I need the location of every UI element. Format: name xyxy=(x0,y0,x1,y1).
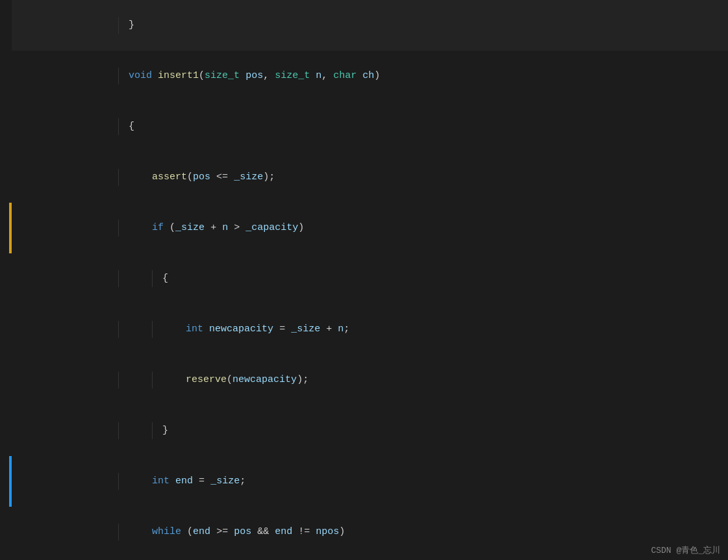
code-line-10: int end = _size; xyxy=(0,456,728,507)
line-content-4: assert(pos <= _size); xyxy=(22,152,728,203)
watermark: CSDN @青色_忘川 xyxy=(651,544,720,556)
code-line-3: { xyxy=(0,101,728,152)
line-content-10: int end = _size; xyxy=(22,456,728,507)
fold-6[interactable] xyxy=(12,253,22,304)
fold-5[interactable] xyxy=(12,203,22,253)
fold-3[interactable] xyxy=(12,101,22,152)
code-line-11: while (end >= pos && end != npos) xyxy=(0,507,728,557)
code-line-12: { xyxy=(0,557,728,560)
fold-11[interactable] xyxy=(12,507,22,557)
gutter-6 xyxy=(0,253,12,304)
gutter-4 xyxy=(0,152,12,203)
line-content-11: while (end >= pos && end != npos) xyxy=(22,507,728,557)
line-content-9: } xyxy=(22,405,728,456)
code-line-5: if (_size + n > _capacity) xyxy=(0,203,728,253)
code-line-4: assert(pos <= _size); xyxy=(0,152,728,203)
gutter-9 xyxy=(0,405,12,456)
gutter-mark-10 xyxy=(9,456,12,507)
fold-7[interactable] xyxy=(12,304,22,355)
line-content-6: { xyxy=(22,253,728,304)
gutter-11 xyxy=(0,507,12,557)
fold-2[interactable] xyxy=(12,51,22,101)
fold-1[interactable] xyxy=(12,0,22,51)
code-line-9: } xyxy=(0,405,728,456)
code-line-6: { xyxy=(0,253,728,304)
line-content-2: void insert1(size_t pos, size_t n, char … xyxy=(22,51,728,101)
gutter-8 xyxy=(0,355,12,405)
line-content-1: } xyxy=(22,0,728,51)
fold-9[interactable] xyxy=(12,405,22,456)
line-content-7: int newcapacity = _size + n; xyxy=(22,304,728,355)
fold-10[interactable] xyxy=(12,456,22,507)
gutter-1 xyxy=(0,0,12,51)
gutter-10 xyxy=(0,456,12,507)
code-line-8: reserve(newcapacity); xyxy=(0,355,728,405)
gutter-mark-5 xyxy=(9,203,12,253)
gutter-7 xyxy=(0,304,12,355)
line-content-12: { xyxy=(22,557,728,560)
line-content-3: { xyxy=(22,101,728,152)
gutter-5 xyxy=(0,203,12,253)
fold-4[interactable] xyxy=(12,152,22,203)
code-line-2: void insert1(size_t pos, size_t n, char … xyxy=(0,51,728,101)
line-content-8: reserve(newcapacity); xyxy=(22,355,728,405)
fold-8[interactable] xyxy=(12,355,22,405)
gutter-3 xyxy=(0,101,12,152)
gutter-2 xyxy=(0,51,12,101)
code-line-1: } xyxy=(0,0,728,51)
gutter-12 xyxy=(0,557,12,560)
code-line-7: int newcapacity = _size + n; xyxy=(0,304,728,355)
code-editor: } void insert1(size_t pos, size_t n, cha… xyxy=(0,0,728,560)
code-content-area: } void insert1(size_t pos, size_t n, cha… xyxy=(0,0,728,560)
line-content-5: if (_size + n > _capacity) xyxy=(22,203,728,253)
fold-12[interactable] xyxy=(12,557,22,560)
